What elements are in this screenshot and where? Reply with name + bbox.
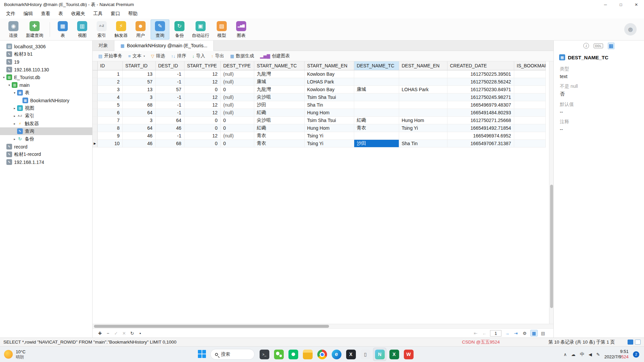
panel-toggle-left-icon[interactable] <box>628 340 633 345</box>
begin-transaction-button[interactable]: ▤开始事务 <box>95 52 125 60</box>
taskbar-app-chat[interactable] <box>286 348 300 361</box>
grid-cell[interactable]: 0 <box>220 85 254 93</box>
column-header-created_date[interactable]: CREATED_DATE <box>447 61 514 70</box>
grid-cell[interactable]: 康城 <box>254 78 304 85</box>
info-icon[interactable]: i <box>583 43 589 49</box>
grid-cell[interactable] <box>514 85 545 93</box>
discard-changes-button[interactable]: ✕ <box>120 331 128 336</box>
menu-view[interactable]: 查看 <box>37 10 54 18</box>
grid-cell[interactable]: 1612750271.25668 <box>447 116 514 124</box>
grid-cell[interactable]: 0 <box>184 139 220 147</box>
grid-cell[interactable]: -1 <box>155 132 184 139</box>
grid-cell[interactable]: Hung Hom <box>304 109 354 116</box>
grid-cell[interactable]: 68 <box>122 101 155 109</box>
grid-cell[interactable]: 64 <box>155 116 184 124</box>
grid-cell[interactable]: 3 <box>97 85 122 93</box>
grid-cell[interactable]: 1 <box>97 70 122 78</box>
expand-arrow-icon[interactable]: ▸ <box>12 137 17 141</box>
taskbar-app-wps[interactable]: W <box>402 348 415 361</box>
windows-start-button[interactable] <box>198 350 207 359</box>
collapse-arrow-icon[interactable]: ▾ <box>1 76 6 79</box>
grid-cell[interactable]: 8 <box>97 124 122 132</box>
menu-table[interactable]: 表 <box>54 10 67 18</box>
grid-cell[interactable]: 6 <box>97 109 122 116</box>
grid-cell[interactable]: Kowloon Bay <box>304 85 354 93</box>
grid-cell[interactable]: 1612750245.98271 <box>447 93 514 101</box>
grid-cell[interactable] <box>399 70 447 78</box>
horizontal-scrollbar-thumb[interactable] <box>94 325 329 328</box>
toolbar-table-button[interactable]: ▦表 <box>53 19 72 40</box>
toolbar-index-button[interactable]: A-Z索引 <box>92 19 111 40</box>
grid-cell[interactable]: Sha Tin <box>304 101 354 109</box>
grid-cell[interactable] <box>514 78 545 85</box>
sidebar-item-conn-19[interactable]: ✎19 <box>0 58 92 66</box>
import-button[interactable]: ↓导入 <box>189 52 208 60</box>
grid-cell[interactable] <box>399 78 447 85</box>
taskbar-app-navicat[interactable]: N <box>373 348 386 361</box>
expand-arrow-icon[interactable]: ▸ <box>12 107 17 110</box>
vertical-scrollbar-thumb[interactable] <box>550 185 553 308</box>
sidebar-item-record-conn[interactable]: ✎record <box>0 143 92 150</box>
taskbar-app-terminal[interactable]: >_ <box>258 348 271 361</box>
grid-cell[interactable]: 1612750228.56242 <box>447 78 514 85</box>
sidebar-item-conn-192-168-1-174[interactable]: ✎192.168.1.174 <box>0 158 92 166</box>
grid-cell[interactable]: 57 <box>155 85 184 93</box>
pen-icon[interactable]: ✎ <box>596 352 600 357</box>
grid-cell[interactable]: 10 <box>97 139 122 147</box>
toolbar-view-button[interactable]: ▥视图 <box>73 19 92 40</box>
page-number-input[interactable]: 1 <box>490 330 501 337</box>
grid-cell[interactable]: Sha Tin <box>399 139 447 147</box>
taskbar-clock[interactable]: 9:51 2022/7/9524 <box>604 349 629 360</box>
grid-cell[interactable] <box>514 93 545 101</box>
horizontal-scrollbar[interactable] <box>93 324 553 328</box>
column-header-start_name_en[interactable]: START_NAME_EN <box>304 61 354 70</box>
sidebar-item-views-group[interactable]: ▸▥视图 <box>0 104 92 112</box>
minimize-button[interactable]: ─ <box>598 0 613 9</box>
first-page-button[interactable]: ⇤ <box>472 331 480 336</box>
menu-tools[interactable]: 工具 <box>89 10 107 18</box>
grid-cell[interactable]: 12 <box>184 70 220 78</box>
form-view-button[interactable]: ▤ <box>539 330 547 337</box>
column-header-dest_id[interactable]: DEST_ID <box>155 61 184 70</box>
maximize-button[interactable]: □ <box>613 0 629 9</box>
grid-cell[interactable] <box>354 132 399 139</box>
grid-cell[interactable]: -1 <box>155 101 184 109</box>
last-page-button[interactable]: ⇥ <box>512 331 520 336</box>
toolbar-backup-button[interactable]: ↻备份 <box>170 19 189 40</box>
text-button[interactable]: ≡文本▾ <box>125 52 148 60</box>
menu-edit[interactable]: 编辑 <box>19 10 37 18</box>
sidebar-item-bookmarknhistory-table[interactable]: ▦BookmarkNHistory <box>0 97 92 104</box>
tab-table-data[interactable]: ▦BookmarkNHistory @main (E_Touris... <box>114 41 214 51</box>
grid-cell[interactable]: 康城 <box>354 85 399 93</box>
column-header-dest_name_tc[interactable]: DEST_NAME_TC <box>354 61 399 70</box>
grid-cell[interactable]: Tsing Yi <box>399 124 447 132</box>
toolbar-autorun-button[interactable]: ▣自动运行 <box>190 19 212 40</box>
prev-page-button[interactable]: ← <box>480 331 488 336</box>
chevron-up-icon[interactable]: ∧ <box>564 352 567 357</box>
volume-icon[interactable]: ◀ <box>589 352 592 357</box>
grid-cell[interactable]: -1 <box>155 70 184 78</box>
grid-cell[interactable]: 64 <box>122 124 155 132</box>
toolbar-connection-button[interactable]: ◉连接 <box>4 19 23 40</box>
apply-changes-button[interactable]: ✓ <box>112 331 120 336</box>
grid-cell[interactable]: 九龍灣 <box>254 70 304 78</box>
grid-cell[interactable]: (null) <box>220 93 254 101</box>
grid-cell[interactable]: 2 <box>97 78 122 85</box>
column-header-id[interactable]: ID <box>97 61 122 70</box>
grid-cell[interactable]: 0 <box>184 116 220 124</box>
grid-cell[interactable]: 1612750225.39501 <box>447 70 514 78</box>
grid-cell[interactable]: (null) <box>220 78 254 85</box>
grid-cell[interactable]: 64 <box>122 109 155 116</box>
export-button[interactable]: ↑导出 <box>208 52 227 60</box>
column-header-start_type[interactable]: START_TYPE <box>184 61 220 70</box>
filter-button[interactable]: ▽筛选 <box>148 52 168 60</box>
grid-cell[interactable]: Tsing Yi <box>304 132 354 139</box>
grid-cell[interactable]: 12 <box>184 132 220 139</box>
grid-cell[interactable] <box>354 78 399 85</box>
add-record-button[interactable]: ✚ <box>96 331 104 336</box>
grid-cell[interactable]: 0 <box>184 85 220 93</box>
grid-cell[interactable]: 3 <box>122 93 155 101</box>
sort-button[interactable]: ↑↓排序 <box>168 52 189 60</box>
toolbar-model-button[interactable]: ▧模型 <box>212 19 231 40</box>
toolbar-user-button[interactable]: ☻用户 <box>131 19 150 40</box>
